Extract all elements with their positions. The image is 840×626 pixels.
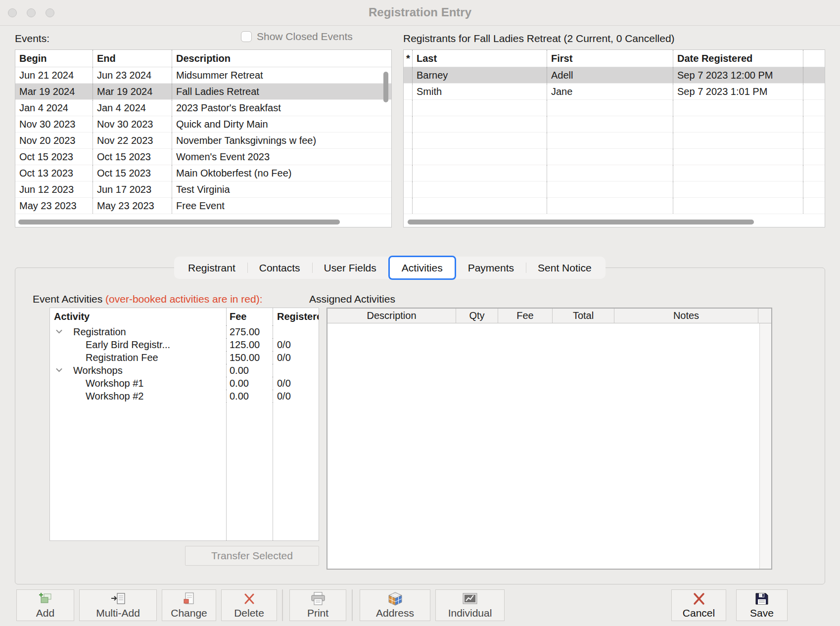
activities-table-header: Activity Fee Registered: [50, 308, 319, 325]
tab-payments[interactable]: Payments: [456, 257, 526, 279]
add-icon: [38, 591, 53, 606]
column-header-first: First: [547, 50, 673, 67]
column-header-total: Total: [553, 309, 614, 323]
add-button[interactable]: Add: [16, 589, 74, 621]
registrant-row-empty: [404, 116, 825, 133]
multi-add-button[interactable]: Multi-Add: [79, 589, 157, 621]
activity-row[interactable]: Workshop #1 0.00 0/0: [50, 377, 319, 390]
assigned-activities-label: Assigned Activities: [309, 293, 395, 305]
title-bar: Registration Entry: [0, 0, 840, 26]
change-icon: [182, 591, 196, 606]
save-floppy-icon: [754, 591, 769, 606]
event-row[interactable]: Jun 21 2024 Jun 23 2024 Midsummer Retrea…: [15, 67, 391, 84]
events-horizontal-scrollbar[interactable]: [18, 220, 340, 224]
registrants-table: * Last First Date Registered Barney Adel…: [403, 49, 825, 227]
column-header-registered: Registered: [273, 308, 319, 325]
column-header-notes: Notes: [614, 309, 758, 323]
show-closed-events-label: Show Closed Events: [257, 31, 353, 43]
column-header-fee: Fee: [498, 309, 553, 323]
cancel-x-icon: [692, 591, 706, 606]
overbooked-note: (over-booked activities are in red):: [105, 293, 262, 305]
tab-registrant[interactable]: Registrant: [176, 257, 247, 279]
activity-row-parent[interactable]: Registration 275.00: [50, 325, 319, 338]
tab-user-fields[interactable]: User Fields: [312, 257, 388, 279]
address-cube-icon: [387, 591, 403, 606]
column-header-date-registered: Date Registered: [673, 50, 803, 67]
registrant-row-empty: [404, 100, 825, 116]
activity-row[interactable]: Workshop #2 0.00 0/0: [50, 390, 319, 402]
events-vertical-scrollbar[interactable]: [383, 72, 388, 102]
event-row[interactable]: Nov 20 2023 Nov 22 2023 November Tanksgi…: [15, 133, 391, 149]
registrants-header-label: Registrants for Fall Ladies Retreat (2 C…: [403, 33, 675, 45]
chevron-down-icon[interactable]: [56, 330, 62, 334]
column-header-last: Last: [413, 50, 547, 67]
registrants-horizontal-scrollbar[interactable]: [408, 220, 754, 224]
registrant-row-empty: [404, 149, 825, 165]
assigned-table-header: Description Qty Fee Total Notes: [327, 309, 771, 323]
checkbox-box-icon[interactable]: [241, 31, 252, 42]
event-row[interactable]: Jun 12 2023 Jun 17 2023 Test Virginia: [15, 181, 391, 198]
column-header-fee: Fee: [227, 308, 273, 325]
column-header-description: Description: [172, 50, 391, 67]
assigned-table-body: [327, 323, 771, 569]
registrant-row-empty: [404, 198, 825, 214]
show-closed-events-checkbox[interactable]: Show Closed Events: [241, 31, 353, 43]
assigned-activities-table: Description Qty Fee Total Notes: [327, 308, 772, 570]
registration-tabs: Registrant Contacts User Fields Activiti…: [174, 257, 606, 279]
activity-row[interactable]: Early Bird Registr... 125.00 0/0: [50, 338, 319, 351]
events-label: Events:: [15, 33, 49, 45]
activity-row-parent[interactable]: Workshops 0.00: [50, 364, 319, 377]
toolbar-divider: [352, 589, 353, 621]
registrants-table-header: * Last First Date Registered: [404, 50, 825, 67]
registrant-row-empty: [404, 181, 825, 198]
event-row[interactable]: Jan 4 2024 Jan 4 2024 2023 Pastor's Brea…: [15, 100, 391, 116]
scrollbar-header-cap: [758, 309, 771, 323]
column-header-qty: Qty: [456, 309, 498, 323]
activities-table-filler: [50, 402, 319, 540]
individual-button[interactable]: Individual: [435, 589, 505, 621]
events-table: Begin End Description Jun 21 2024 Jun 23…: [15, 49, 392, 227]
window-title: Registration Entry: [0, 5, 840, 19]
column-header-description: Description: [327, 309, 456, 323]
event-activities-table: Activity Fee Registered Registration 275…: [49, 308, 319, 541]
printer-icon: [310, 591, 327, 606]
event-row[interactable]: Oct 15 2023 Oct 15 2023 Women's Event 20…: [15, 149, 391, 165]
toolbar-divider: [282, 589, 283, 621]
save-button[interactable]: Save: [736, 589, 788, 621]
registrant-row[interactable]: Smith Jane Sep 7 2023 1:01 PM: [404, 84, 825, 100]
print-button[interactable]: Print: [289, 589, 346, 621]
activity-row[interactable]: Registration Fee 150.00 0/0: [50, 351, 319, 364]
tab-sent-notice[interactable]: Sent Notice: [526, 257, 604, 279]
event-activities-label: Event Activities (over-booked activities…: [33, 293, 263, 305]
column-header-end: End: [93, 50, 172, 67]
individual-picture-icon: [462, 591, 478, 606]
event-row[interactable]: Oct 13 2023 Oct 15 2023 Main Oktoberfest…: [15, 165, 391, 181]
delete-button[interactable]: Delete: [221, 589, 277, 621]
delete-x-icon: [243, 591, 256, 606]
column-header-star: *: [404, 50, 413, 67]
tab-contacts[interactable]: Contacts: [247, 257, 312, 279]
address-button[interactable]: Address: [360, 589, 430, 621]
event-row[interactable]: May 23 2023 May 23 2023 Free Event: [15, 198, 391, 214]
event-row-selected[interactable]: Mar 19 2024 Mar 19 2024 Fall Ladies Retr…: [15, 84, 391, 100]
registrant-row-selected[interactable]: Barney Adell Sep 7 2023 12:00 PM: [404, 67, 825, 84]
tab-activities[interactable]: Activities: [388, 256, 456, 280]
events-table-header: Begin End Description: [15, 50, 391, 67]
transfer-selected-button[interactable]: Transfer Selected: [185, 546, 319, 566]
multi-add-icon: [110, 591, 127, 606]
assigned-vertical-scrollbar[interactable]: [759, 323, 771, 569]
registrant-row-empty: [404, 165, 825, 181]
cancel-button[interactable]: Cancel: [671, 589, 726, 621]
chevron-down-icon[interactable]: [56, 368, 62, 372]
change-button[interactable]: Change: [162, 589, 216, 621]
column-header-begin: Begin: [15, 50, 93, 67]
registrant-row-empty: [404, 133, 825, 149]
event-row[interactable]: Nov 30 2023 Nov 30 2023 Quick and Dirty …: [15, 116, 391, 133]
column-header-activity: Activity: [50, 308, 227, 325]
